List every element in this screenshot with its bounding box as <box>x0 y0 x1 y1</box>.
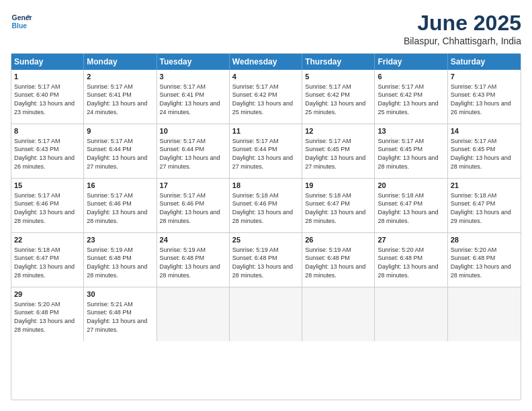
calendar-row-1: 8Sunrise: 5:17 AM Sunset: 6:43 PM Daylig… <box>11 124 521 179</box>
day-cell-22: 22Sunrise: 5:18 AM Sunset: 6:47 PM Dayli… <box>11 233 84 287</box>
day-cell-18: 18Sunrise: 5:18 AM Sunset: 6:46 PM Dayli… <box>230 179 302 232</box>
header-friday: Friday <box>375 54 447 70</box>
day-cell-25: 25Sunrise: 5:19 AM Sunset: 6:48 PM Dayli… <box>230 233 302 287</box>
day-cell-5: 5Sunrise: 5:17 AM Sunset: 6:42 PM Daylig… <box>302 70 375 124</box>
day-cell-28: 28Sunrise: 5:20 AM Sunset: 6:48 PM Dayli… <box>448 233 521 287</box>
day-cell-8: 8Sunrise: 5:17 AM Sunset: 6:43 PM Daylig… <box>11 124 84 178</box>
day-cell-24: 24Sunrise: 5:19 AM Sunset: 6:48 PM Dayli… <box>157 233 230 287</box>
header-tuesday: Tuesday <box>157 54 230 70</box>
day-cell-4: 4Sunrise: 5:17 AM Sunset: 6:42 PM Daylig… <box>230 70 302 124</box>
title-block: June 2025 Bilaspur, Chhattisgarh, India <box>404 11 521 46</box>
day-cell-29: 29Sunrise: 5:20 AM Sunset: 6:48 PM Dayli… <box>11 287 84 341</box>
header-thursday: Thursday <box>302 54 375 70</box>
header-saturday: Saturday <box>448 54 521 70</box>
day-cell-3: 3Sunrise: 5:17 AM Sunset: 6:41 PM Daylig… <box>157 70 230 124</box>
calendar-body: 1Sunrise: 5:17 AM Sunset: 6:40 PM Daylig… <box>11 70 521 341</box>
day-cell-17: 17Sunrise: 5:17 AM Sunset: 6:46 PM Dayli… <box>157 179 230 232</box>
empty-cell <box>375 287 447 341</box>
calendar-row-4: 29Sunrise: 5:20 AM Sunset: 6:48 PM Dayli… <box>11 287 521 341</box>
empty-cell <box>448 287 521 341</box>
day-cell-6: 6Sunrise: 5:17 AM Sunset: 6:42 PM Daylig… <box>375 70 447 124</box>
day-cell-23: 23Sunrise: 5:19 AM Sunset: 6:48 PM Dayli… <box>84 233 157 287</box>
header-monday: Monday <box>84 54 157 70</box>
location: Bilaspur, Chhattisgarh, India <box>404 36 521 46</box>
day-cell-21: 21Sunrise: 5:18 AM Sunset: 6:47 PM Dayli… <box>448 179 521 232</box>
day-cell-12: 12Sunrise: 5:17 AM Sunset: 6:45 PM Dayli… <box>302 124 375 178</box>
empty-cell <box>157 287 230 341</box>
day-cell-14: 14Sunrise: 5:17 AM Sunset: 6:45 PM Dayli… <box>448 124 521 178</box>
day-cell-20: 20Sunrise: 5:18 AM Sunset: 6:47 PM Dayli… <box>375 179 447 232</box>
day-cell-11: 11Sunrise: 5:17 AM Sunset: 6:44 PM Dayli… <box>230 124 302 178</box>
logo: General Blue <box>11 11 32 32</box>
day-cell-30: 30Sunrise: 5:21 AM Sunset: 6:48 PM Dayli… <box>84 287 157 341</box>
calendar-row-2: 15Sunrise: 5:17 AM Sunset: 6:46 PM Dayli… <box>11 179 521 233</box>
day-cell-27: 27Sunrise: 5:20 AM Sunset: 6:48 PM Dayli… <box>375 233 447 287</box>
calendar-header: SundayMondayTuesdayWednesdayThursdayFrid… <box>11 54 521 70</box>
day-cell-1: 1Sunrise: 5:17 AM Sunset: 6:40 PM Daylig… <box>11 70 84 124</box>
calendar-row-0: 1Sunrise: 5:17 AM Sunset: 6:40 PM Daylig… <box>11 70 521 124</box>
header-sunday: Sunday <box>11 54 84 70</box>
svg-text:Blue: Blue <box>12 22 28 30</box>
day-cell-19: 19Sunrise: 5:18 AM Sunset: 6:47 PM Dayli… <box>302 179 375 232</box>
day-cell-26: 26Sunrise: 5:19 AM Sunset: 6:48 PM Dayli… <box>302 233 375 287</box>
day-cell-9: 9Sunrise: 5:17 AM Sunset: 6:44 PM Daylig… <box>84 124 157 178</box>
calendar-row-3: 22Sunrise: 5:18 AM Sunset: 6:47 PM Dayli… <box>11 233 521 287</box>
day-cell-15: 15Sunrise: 5:17 AM Sunset: 6:46 PM Dayli… <box>11 179 84 232</box>
empty-cell <box>302 287 375 341</box>
month-title: June 2025 <box>404 11 521 36</box>
header-wednesday: Wednesday <box>230 54 302 70</box>
calendar: SundayMondayTuesdayWednesdayThursdayFrid… <box>11 53 521 400</box>
day-cell-16: 16Sunrise: 5:17 AM Sunset: 6:46 PM Dayli… <box>84 179 157 232</box>
day-cell-2: 2Sunrise: 5:17 AM Sunset: 6:41 PM Daylig… <box>84 70 157 124</box>
day-cell-7: 7Sunrise: 5:17 AM Sunset: 6:43 PM Daylig… <box>448 70 521 124</box>
day-cell-10: 10Sunrise: 5:17 AM Sunset: 6:44 PM Dayli… <box>157 124 230 178</box>
day-cell-13: 13Sunrise: 5:17 AM Sunset: 6:45 PM Dayli… <box>375 124 447 178</box>
empty-cell <box>230 287 302 341</box>
